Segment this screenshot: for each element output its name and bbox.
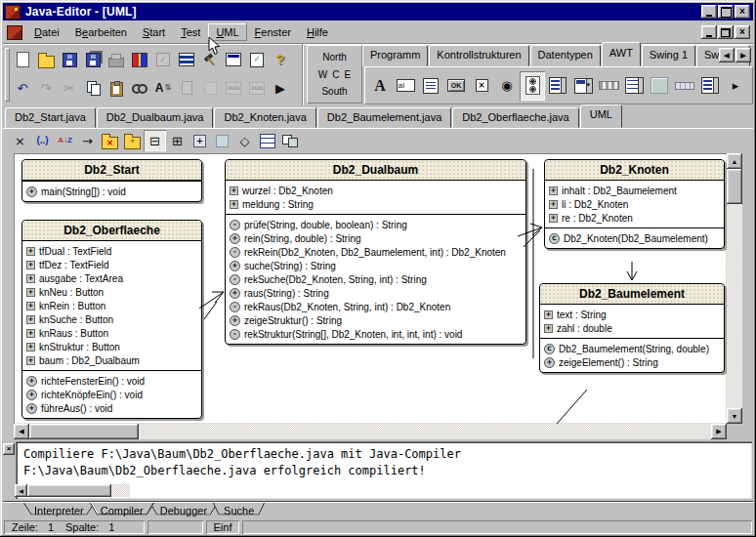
file-tab-db2-knoten-java[interactable]: Db2_Knoten.java <box>214 107 315 128</box>
vscroll-thumb[interactable] <box>727 169 742 204</box>
sort-button[interactable]: ↓ <box>54 130 76 151</box>
palette-tab-swing-1[interactable]: Swing 1 <box>642 45 695 66</box>
radiobutton-icon[interactable]: ◉ <box>494 71 520 101</box>
uml-class-db2-knoten[interactable]: Db2_Knoten+inhalt : Db2_Baumelement+li :… <box>544 159 725 249</box>
uml-member[interactable]: +baum : Db2_Dualbaum <box>26 353 197 367</box>
compass-panel[interactable]: North W C E South <box>307 45 362 103</box>
label-icon[interactable]: A <box>367 71 393 101</box>
uml-member[interactable]: +wurzel : Db2_Knoten <box>230 184 522 197</box>
help-button[interactable]: ? <box>269 47 292 72</box>
uml-member[interactable]: +inhalt : Db2_Baumelement <box>549 184 720 197</box>
parameter-button[interactable]: (..) <box>31 130 54 151</box>
choice-icon[interactable] <box>570 71 596 101</box>
table-icon[interactable] <box>621 71 647 101</box>
palette-scroll-left-button[interactable]: ◀ <box>719 48 735 62</box>
delete-diagram-button[interactable]: × <box>99 130 121 151</box>
configuration-button[interactable]: ✓ <box>245 47 269 72</box>
menu-item-datei[interactable]: Datei <box>26 23 67 41</box>
new-diagram-button[interactable]: * <box>121 130 144 151</box>
scrollbar-icon[interactable] <box>596 71 621 101</box>
run-button[interactable]: ▶ <box>269 75 292 101</box>
cut-button[interactable]: ✂ <box>58 75 81 101</box>
delete-class-button[interactable]: × <box>9 130 31 151</box>
compass-east[interactable]: E <box>345 69 352 80</box>
uml-member[interactable]: -prüfe(String, double, boolean) : String <box>230 218 522 231</box>
uml-member[interactable]: +li : Db2_Knoten <box>549 197 720 211</box>
console-scrollbar[interactable]: ◀ <box>15 484 130 497</box>
new-file-button[interactable] <box>11 47 34 72</box>
copy-button[interactable] <box>81 75 105 101</box>
file-tab-db2-baumelement-java[interactable]: Db2_Baumelement.java <box>317 107 451 128</box>
menu-item-test[interactable]: Test <box>173 23 208 41</box>
mdi-restore-button[interactable] <box>718 25 734 39</box>
bracket-button[interactable] <box>175 75 198 101</box>
uml-member[interactable]: +führeAus() : void <box>26 401 197 415</box>
file-tab-uml[interactable]: UML <box>580 104 622 128</box>
horizontal-scrollbar[interactable]: ◀ ▶ <box>14 424 727 439</box>
uml-member[interactable]: -rekStruktur(String[], Db2_Knoten, int, … <box>230 327 522 341</box>
uml-canvas[interactable]: Db2_Start+main(String[]) : voidDb2_Oberf… <box>14 153 727 424</box>
paste-button[interactable] <box>105 75 128 101</box>
palette-scroll-right-button[interactable]: ▶ <box>735 48 751 62</box>
checkbox-icon[interactable]: × <box>469 71 494 101</box>
uml-member[interactable]: +zahl : double <box>544 321 720 335</box>
hscroll-thumb[interactable] <box>29 424 139 439</box>
save-all-button[interactable] <box>81 47 105 72</box>
uml-member[interactable]: +main(String[]) : void <box>26 185 197 198</box>
uml-member[interactable]: +raus(String) : String <box>230 286 522 300</box>
uml-member[interactable]: CDb2_Baumelement(String, double) <box>544 342 720 355</box>
close-button[interactable]: × <box>735 5 750 19</box>
uml-member[interactable]: +knRein : Button <box>26 299 197 312</box>
textarea-icon[interactable] <box>418 71 443 101</box>
association-button[interactable]: → <box>76 130 99 151</box>
palette-tab-kontrollstrukturen[interactable]: Kontrollstrukturen <box>429 45 528 66</box>
structure-button[interactable] <box>198 75 222 101</box>
compass-south[interactable]: South <box>321 86 347 97</box>
file-tab-db2-oberflaeche-java[interactable]: Db2_Oberflaeche.java <box>452 107 578 128</box>
palette-tab-datentypen[interactable]: Datentypen <box>530 45 601 66</box>
console-scroll-thumb[interactable] <box>27 484 111 497</box>
open-file-button[interactable] <box>34 47 58 72</box>
window-panes-button[interactable]: ⊞ <box>166 130 189 151</box>
uml-member[interactable]: +zeigeStruktur() : String <box>230 313 522 327</box>
palette-overflow-arrow[interactable]: ▸ <box>723 71 748 101</box>
palette-tab-programm[interactable]: Programm <box>362 45 428 66</box>
panel-icon[interactable] <box>647 71 672 101</box>
menu-item-fenster[interactable]: Fenster <box>247 23 299 41</box>
sequence-button[interactable] <box>278 130 301 151</box>
uml-member[interactable]: +ausgabe : TextArea <box>26 271 197 285</box>
mdi-close-button[interactable]: × <box>735 25 750 39</box>
uml-member[interactable]: -rekRaus(Db2_Knoten, String, int) : Db2_… <box>230 300 522 313</box>
uml-member[interactable]: +text : String <box>544 308 720 321</box>
compass-center[interactable]: C <box>332 69 339 80</box>
uml-member[interactable]: +tfDual : TextField <box>26 244 197 258</box>
uml-class-db2-baumelement[interactable]: Db2_Baumelement+text : String+zahl : dou… <box>539 283 725 373</box>
uml-member[interactable]: +richteKnöpfeEin() : void <box>26 388 197 401</box>
minimize-button[interactable] <box>701 5 717 19</box>
binary-debug-button[interactable]: 10101 <box>222 75 245 101</box>
browser-button[interactable] <box>175 47 198 72</box>
binary-run-button[interactable]: 10101 <box>245 75 269 101</box>
toolbar-gripper[interactable] <box>5 48 10 102</box>
menu-item-start[interactable]: Start <box>135 23 173 41</box>
console-tab-debugger[interactable]: Debugger <box>149 503 218 518</box>
console-scroll-left-button[interactable]: ◀ <box>15 484 27 497</box>
vertical-scrollbar[interactable]: ▲ ▼ <box>727 153 742 424</box>
comment-button[interactable] <box>211 130 233 151</box>
palette-tab-awt[interactable]: AWT <box>602 42 641 66</box>
console-tab-compiler[interactable]: Compiler <box>90 503 154 518</box>
font-size-button[interactable]: A <box>151 75 175 101</box>
compass-west[interactable]: W <box>318 69 327 80</box>
uml-class-db2-start[interactable]: Db2_Start+main(String[]) : void <box>21 159 202 202</box>
scroll-left-button[interactable]: ◀ <box>14 424 29 439</box>
file-tab-db2-start-java[interactable]: Db2_Start.java <box>5 107 96 128</box>
uml-member[interactable]: CDb2_Knoten(Db2_Baumelement) <box>549 231 720 245</box>
menu-icon[interactable] <box>697 71 723 101</box>
textfield-icon[interactable]: aI <box>393 71 418 101</box>
scroll-right-button[interactable]: ▶ <box>711 424 727 439</box>
class-symbol-button[interactable] <box>256 130 278 151</box>
uml-member[interactable]: +suche(String) : String <box>230 259 522 272</box>
uml-member[interactable]: +richteFensterEin() : void <box>26 374 197 388</box>
menu-item-uml[interactable]: UML <box>208 23 246 41</box>
radiogroup-icon[interactable] <box>520 71 545 101</box>
